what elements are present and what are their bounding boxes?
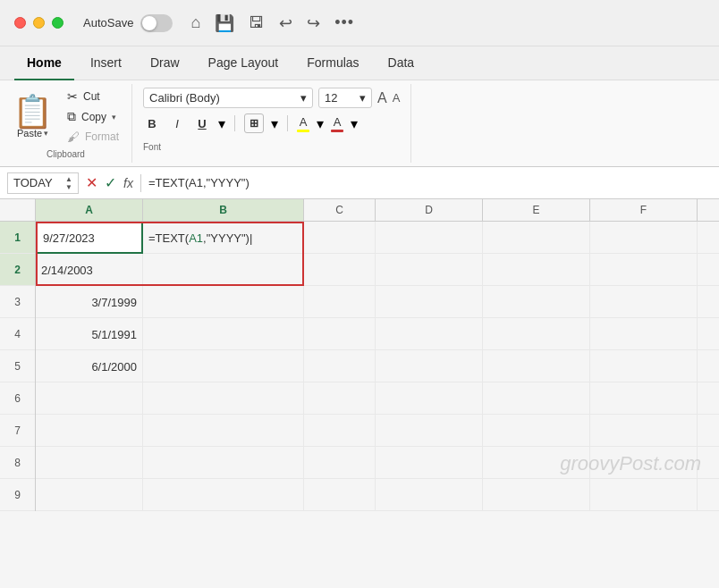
cell-c9[interactable] <box>304 479 376 511</box>
cell-c2[interactable] <box>304 254 376 286</box>
undo-icon[interactable]: ↩ <box>279 13 292 33</box>
cell-a1[interactable]: 9/27/2023 <box>36 222 143 254</box>
tab-data[interactable]: Data <box>376 46 427 80</box>
cell-b4[interactable] <box>143 318 304 350</box>
cell-f5[interactable] <box>590 350 698 382</box>
row-num-3[interactable]: 3 <box>0 286 35 318</box>
cell-d4[interactable] <box>376 318 483 350</box>
highlight-color-button[interactable]: A <box>297 115 309 132</box>
cell-f3[interactable] <box>590 286 698 318</box>
tab-home[interactable]: Home <box>14 46 74 80</box>
font-family-dropdown[interactable]: Calibri (Body) ▾ <box>143 88 313 108</box>
tab-page-layout[interactable]: Page Layout <box>196 46 292 80</box>
cell-a8[interactable] <box>36 447 143 479</box>
increase-font-button[interactable]: A <box>377 90 387 106</box>
close-button[interactable] <box>14 17 26 29</box>
cell-d6[interactable] <box>376 382 483 415</box>
cell-c5[interactable] <box>304 350 376 382</box>
row-num-6[interactable]: 6 <box>0 382 35 415</box>
font-color-button[interactable]: A <box>331 115 343 132</box>
cell-d7[interactable] <box>376 415 483 447</box>
cell-e6[interactable] <box>483 382 590 415</box>
cell-c4[interactable] <box>304 318 376 350</box>
autosave-toggle[interactable] <box>140 14 173 32</box>
cell-a7[interactable] <box>36 415 143 447</box>
cell-c8[interactable] <box>304 447 376 479</box>
maximize-button[interactable] <box>52 17 63 29</box>
row-num-8[interactable]: 8 <box>0 447 35 479</box>
cell-b8[interactable] <box>143 447 304 479</box>
cell-a9[interactable] <box>36 479 143 511</box>
col-header-a[interactable]: A <box>36 199 143 221</box>
row-num-1[interactable]: 1 <box>0 222 35 254</box>
cell-b2[interactable] <box>143 254 304 286</box>
redo-icon[interactable]: ↪ <box>307 13 320 33</box>
cell-b7[interactable] <box>143 415 304 447</box>
cell-f9[interactable] <box>590 479 698 511</box>
cell-b3[interactable] <box>143 286 304 318</box>
col-header-f[interactable]: F <box>590 199 698 221</box>
row-num-2[interactable]: 2 <box>0 254 35 286</box>
border-button[interactable]: ⊞ <box>244 113 264 133</box>
bold-button[interactable]: B <box>143 115 161 132</box>
cell-e8[interactable] <box>483 447 590 479</box>
copy-button[interactable]: ⧉ Copy ▾ <box>62 107 124 126</box>
cell-b6[interactable] <box>143 382 304 415</box>
cell-c3[interactable] <box>304 286 376 318</box>
cell-e7[interactable] <box>483 415 590 447</box>
paste-button[interactable]: 📋 Paste ▾ <box>7 92 58 142</box>
cell-f1[interactable] <box>590 222 698 254</box>
tab-formulas[interactable]: Formulas <box>294 46 371 80</box>
cell-f4[interactable] <box>590 318 698 350</box>
cell-a5[interactable]: 6/1/2000 <box>36 350 143 382</box>
cell-e5[interactable] <box>483 350 590 382</box>
cell-d3[interactable] <box>376 286 483 318</box>
font-size-dropdown[interactable]: 12 ▾ <box>318 88 372 108</box>
cell-d8[interactable] <box>376 447 483 479</box>
cell-c6[interactable] <box>304 382 376 415</box>
col-header-e[interactable]: E <box>483 199 590 221</box>
cell-c7[interactable] <box>304 415 376 447</box>
cell-b9[interactable] <box>143 479 304 511</box>
name-box[interactable]: TODAY ▲▼ <box>7 172 79 194</box>
formula-confirm-button[interactable]: ✓ <box>105 174 116 191</box>
cell-f6[interactable] <box>590 382 698 415</box>
cell-f2[interactable] <box>590 254 698 286</box>
save-cloud-icon[interactable]: 🖫 <box>249 13 265 32</box>
cell-b5[interactable] <box>143 350 304 382</box>
cell-e9[interactable] <box>483 479 590 511</box>
cell-a6[interactable] <box>36 382 143 415</box>
row-num-5[interactable]: 5 <box>0 350 35 382</box>
cell-a3[interactable]: 3/7/1999 <box>36 286 143 318</box>
cell-d9[interactable] <box>376 479 483 511</box>
cell-f8[interactable] <box>590 447 698 479</box>
cell-a4[interactable]: 5/1/1991 <box>36 318 143 350</box>
cell-d1[interactable] <box>376 222 483 254</box>
cell-d5[interactable] <box>376 350 483 382</box>
formula-cancel-button[interactable]: ✕ <box>86 174 97 191</box>
cell-c1[interactable] <box>304 222 376 254</box>
cut-button[interactable]: ✂ Cut <box>62 88 124 105</box>
minimize-button[interactable] <box>33 17 45 29</box>
col-header-c[interactable]: C <box>304 199 376 221</box>
cell-a2[interactable]: 2/14/2003 <box>36 254 143 286</box>
cell-f7[interactable] <box>590 415 698 447</box>
tab-draw[interactable]: Draw <box>138 46 192 80</box>
format-button[interactable]: 🖌 Format <box>62 128 124 146</box>
decrease-font-button[interactable]: A <box>393 91 401 105</box>
tab-insert[interactable]: Insert <box>78 46 134 80</box>
cell-e1[interactable] <box>483 222 590 254</box>
cell-e3[interactable] <box>483 286 590 318</box>
cell-e4[interactable] <box>483 318 590 350</box>
row-num-4[interactable]: 4 <box>0 318 35 350</box>
cell-b1[interactable]: =TEXT(A1,"YYYY")| <box>143 222 304 254</box>
more-icon[interactable]: ••• <box>334 13 354 32</box>
home-icon[interactable]: ⌂ <box>190 13 200 32</box>
row-num-7[interactable]: 7 <box>0 415 35 447</box>
cell-e2[interactable] <box>483 254 590 286</box>
italic-button[interactable]: I <box>168 115 186 132</box>
col-header-b[interactable]: B <box>143 199 304 221</box>
formula-fx-button[interactable]: fx <box>123 176 133 190</box>
cell-d2[interactable] <box>376 254 483 286</box>
row-num-9[interactable]: 9 <box>0 479 35 511</box>
